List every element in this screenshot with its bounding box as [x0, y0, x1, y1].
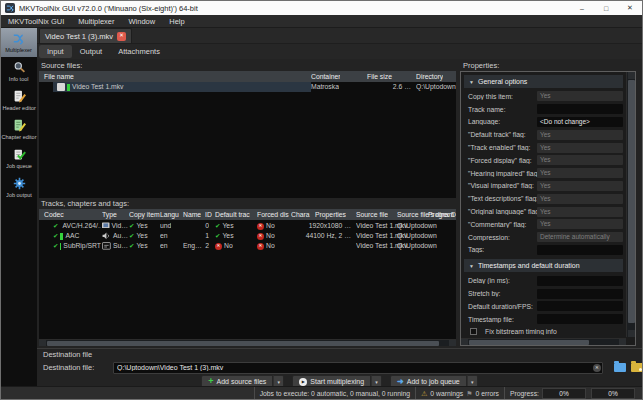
scroll-thumb[interactable] [47, 341, 439, 346]
sidebar-item-header-editor[interactable]: Header editor [1, 86, 37, 115]
maximize-button[interactable]: □ [594, 1, 618, 15]
column-header-file-size[interactable]: File size [367, 71, 413, 82]
column-header-default-track[interactable]: Default trac [215, 209, 250, 220]
source-file-row[interactable]: Video Test 1.mkv Matroska 2.6 … Q:\Uptod… [39, 82, 456, 92]
destination-file-input[interactable] [113, 362, 603, 374]
track-name-label: Track name: [464, 106, 537, 113]
sidebar-item-info-tool[interactable]: Info tool [1, 57, 37, 86]
column-header-delay[interactable]: Delay [451, 209, 456, 220]
tab-input[interactable]: Input [39, 45, 72, 58]
tracks-table: Codec Type Copy item Langu Name ID Defau… [39, 209, 456, 346]
sidebar-item-label: Job queue [6, 163, 32, 169]
tab-attachments[interactable]: Attachments [110, 45, 168, 58]
collapse-icon: ▼ [469, 263, 474, 269]
scroll-right-arrow[interactable] [449, 340, 456, 346]
properties-horizontal-scrollbar[interactable] [461, 338, 626, 345]
source-file-directory: Q:\Uptodown [416, 82, 456, 92]
column-header-characteristics[interactable]: Chara [291, 209, 313, 220]
delay-label: Delay (in ms): [464, 277, 537, 284]
close-button[interactable]: ✕ [618, 1, 642, 15]
tab-close-icon[interactable]: ✕ [117, 32, 126, 41]
source-files-label: Source files: [41, 61, 82, 70]
properties-vertical-scrollbar[interactable] [626, 72, 635, 337]
sidebar-item-job-output[interactable]: Job output [1, 173, 37, 202]
track-default: Yes [222, 231, 233, 241]
scroll-thumb[interactable] [628, 80, 635, 323]
error-flag-icon: ⚑ [466, 390, 472, 397]
collapse-icon: ▼ [469, 345, 474, 346]
section-timestamps[interactable]: ▼ Timestamps and default duration [464, 259, 623, 272]
track-row-subtitles[interactable]: ✔ SubRip/SRT Su… ✔Yes en Eng… 2 ✕No ✕No … [39, 241, 456, 251]
track-language: und [160, 221, 171, 231]
menu-multiplexer[interactable]: Multiplexer [71, 15, 121, 27]
header-editor-icon [13, 90, 26, 104]
job-queue-icon [13, 148, 26, 162]
clear-destination-icon[interactable]: ✕ [593, 364, 601, 372]
track-copy: Yes [136, 221, 147, 231]
sidebar-item-label: Job output [6, 192, 32, 198]
titlebar: MKVToolNix GUI v72.0.0 ('Minuano (Six-ei… [1, 1, 642, 15]
sidebar-item-job-queue[interactable]: Job queue [1, 144, 37, 173]
document-tab[interactable]: Video Test 1 (3).mkv ✕ [39, 28, 132, 43]
minimize-button[interactable]: – [570, 1, 594, 15]
column-header-name[interactable]: Name [183, 209, 201, 220]
timestamp-file-input[interactable] [537, 314, 623, 324]
source-files-table: File name Container File size Directory … [39, 71, 456, 198]
menu-window[interactable]: Window [122, 15, 163, 27]
column-header-directory[interactable]: Directory [416, 71, 443, 82]
no-icon: ✕ [257, 223, 264, 230]
file-type-icon [57, 83, 65, 91]
menu-help[interactable]: Help [162, 15, 191, 27]
default-duration-input[interactable] [537, 301, 623, 311]
scroll-left-arrow[interactable] [39, 340, 46, 346]
scroll-down-arrow[interactable] [628, 330, 635, 337]
stretch-by-input[interactable] [537, 289, 623, 299]
sidebar-item-multiplexer[interactable]: Multiplexer [1, 28, 37, 57]
tab-output[interactable]: Output [72, 45, 111, 58]
default-destination-folder-icon[interactable] [631, 363, 643, 372]
track-id: 1 [199, 231, 209, 241]
tracks-horizontal-scrollbar[interactable] [39, 339, 456, 346]
fix-bitstream-checkbox[interactable] [470, 328, 477, 335]
scroll-up-arrow[interactable] [628, 72, 635, 79]
no-icon: ✕ [215, 243, 222, 250]
column-header-type[interactable]: Type [102, 209, 117, 220]
properties-panel: ▼ General options Copy this item:Yes Tra… [460, 71, 636, 346]
scroll-right-arrow[interactable] [619, 339, 626, 346]
warnings-count: 0 warnings [430, 390, 463, 397]
track-enabled-flag-field: Yes [537, 143, 623, 153]
language-select[interactable]: <Do not change> [537, 117, 623, 127]
track-properties: 44100 Hz, 2 … [291, 231, 351, 241]
track-codec: AVC/H.264/… [62, 221, 101, 231]
scroll-thumb[interactable] [469, 340, 589, 345]
section-general-options[interactable]: ▼ General options [464, 75, 623, 88]
tags-input[interactable] [537, 245, 623, 255]
column-header-file-name[interactable]: File name [44, 71, 74, 82]
video-type-icon [102, 222, 110, 230]
collapse-icon: ▼ [469, 79, 474, 85]
language-label: Language: [464, 118, 537, 125]
delay-input[interactable] [537, 276, 623, 286]
column-header-properties[interactable]: Properties [315, 209, 346, 220]
scroll-left-arrow[interactable] [461, 339, 468, 346]
sidebar-item-chapter-editor[interactable]: Chapter editor [1, 115, 37, 144]
track-row-audio[interactable]: ✔ AAC Au… ✔Yes en 1 ✔Yes ✕No 44100 Hz, 2… [39, 231, 456, 241]
column-header-language[interactable]: Langu [160, 209, 179, 220]
column-header-codec[interactable]: Codec [44, 209, 64, 220]
column-header-source-file[interactable]: Source file [356, 209, 388, 220]
track-row-video[interactable]: ✔ AVC/H.264/… Vid… ✔Yes und 0 ✔Yes ✕No 1… [39, 221, 456, 231]
menu-mkvtoolnix-gui[interactable]: MKVToolNix GUI [1, 15, 71, 27]
column-header-forced-display[interactable]: Forced dis [257, 209, 289, 220]
column-header-id[interactable]: ID [205, 209, 212, 220]
browse-destination-folder-icon[interactable] [614, 363, 626, 372]
column-header-copy-item[interactable]: Copy item [129, 209, 160, 220]
visual-impaired-flag-label: "Visual impaired" flag: [464, 182, 537, 189]
multiplexer-icon [13, 32, 26, 46]
track-copy: Yes [136, 241, 147, 251]
no-icon: ✕ [257, 243, 264, 250]
plus-icon: + [208, 377, 213, 386]
commentary-flag-field: Yes [537, 219, 623, 229]
track-language: en [160, 231, 168, 241]
track-name-input[interactable] [537, 104, 623, 114]
column-header-container[interactable]: Container [311, 71, 340, 82]
